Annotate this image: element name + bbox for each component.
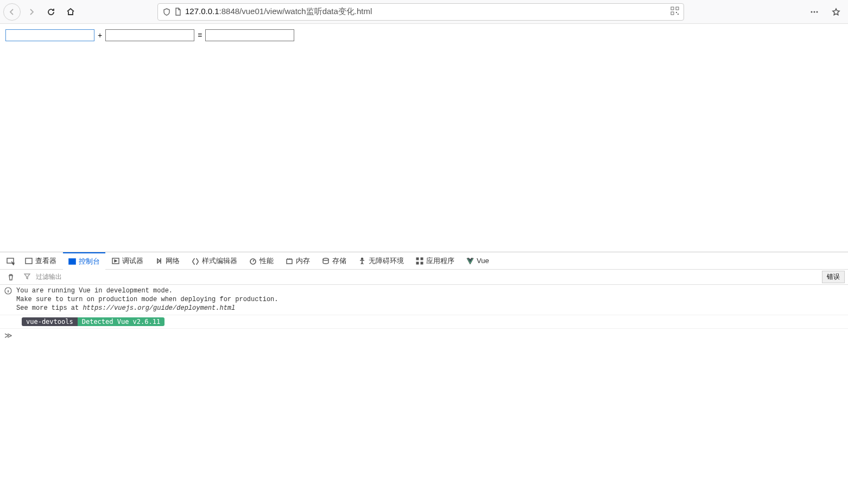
tab-applications[interactable]: 应用程序 <box>410 252 460 270</box>
browser-toolbar: 127.0.0.1:8848/vue01/view/watch监听data变化.… <box>0 0 848 24</box>
svg-rect-10 <box>69 259 75 264</box>
svg-rect-0 <box>671 7 674 10</box>
filter-icon <box>24 273 30 281</box>
svg-point-6 <box>814 11 815 12</box>
svg-rect-3 <box>676 12 677 13</box>
qr-icon[interactable] <box>670 7 679 17</box>
page-content: + = <box>0 24 848 252</box>
svg-point-7 <box>817 11 818 12</box>
svg-rect-16 <box>416 258 419 260</box>
reload-button[interactable] <box>42 3 60 21</box>
plus-sign: + <box>98 31 102 40</box>
filter-input[interactable]: 过滤输出 <box>36 272 817 282</box>
tab-debugger[interactable]: 调试器 <box>106 252 149 270</box>
forward-button[interactable] <box>23 3 40 21</box>
tab-inspector[interactable]: 查看器 <box>20 252 62 270</box>
tab-accessibility[interactable]: 无障碍环境 <box>353 252 409 270</box>
inspect-element-button[interactable] <box>3 253 18 269</box>
tab-memory[interactable]: 内存 <box>280 252 315 270</box>
input-a[interactable] <box>5 29 94 41</box>
console-message-info: You are running Vue in development mode.… <box>0 285 848 315</box>
devtools-panel: 查看器 控制台 调试器 网络 样式编辑器 性能 内存 存储 <box>0 252 848 504</box>
badge-vue-version: Detected Vue v2.6.11 <box>78 317 165 326</box>
svg-rect-9 <box>26 258 32 264</box>
svg-rect-1 <box>676 7 679 10</box>
console-prompt[interactable]: ≫ <box>0 329 848 342</box>
svg-rect-17 <box>421 258 423 260</box>
menu-button[interactable] <box>806 3 823 21</box>
badge-vue-devtools: vue-devtools <box>22 317 78 326</box>
svg-point-15 <box>362 258 363 259</box>
info-icon <box>4 287 12 295</box>
url-text: 127.0.0.1:8848/vue01/view/watch监听data变化.… <box>185 7 667 17</box>
console-output: You are running Vue in development mode.… <box>0 285 848 504</box>
tab-performance[interactable]: 性能 <box>244 252 279 270</box>
bookmark-button[interactable] <box>827 3 845 21</box>
svg-rect-13 <box>287 259 292 264</box>
input-result[interactable] <box>205 29 294 41</box>
calculator-row: + = <box>5 29 294 41</box>
toolbar-right <box>806 3 845 21</box>
console-message-body: You are running Vue in development mode.… <box>16 286 278 313</box>
document-icon <box>174 8 182 16</box>
equals-sign: = <box>198 31 202 40</box>
svg-rect-19 <box>421 262 423 264</box>
shield-icon <box>162 8 171 16</box>
tab-network[interactable]: 网络 <box>150 252 185 270</box>
url-bar[interactable]: 127.0.0.1:8848/vue01/view/watch监听data变化.… <box>157 3 684 21</box>
devtools-tabs: 查看器 控制台 调试器 网络 样式编辑器 性能 内存 存储 <box>0 252 848 270</box>
svg-rect-2 <box>671 12 674 15</box>
clear-console-button[interactable] <box>3 270 18 285</box>
svg-rect-4 <box>678 14 679 15</box>
tab-console[interactable]: 控制台 <box>63 252 105 270</box>
tab-storage[interactable]: 存储 <box>317 252 352 270</box>
console-badge-row: vue-devtools Detected Vue v2.6.11 <box>0 315 848 329</box>
back-button[interactable] <box>3 3 21 21</box>
svg-rect-18 <box>416 262 419 264</box>
home-button[interactable] <box>62 3 79 21</box>
tab-vue[interactable]: Vue <box>461 252 495 270</box>
tab-style-editor[interactable]: 样式编辑器 <box>186 252 243 270</box>
svg-point-14 <box>323 258 328 260</box>
svg-point-5 <box>811 11 813 12</box>
errors-filter-button[interactable]: 错误 <box>822 271 845 283</box>
console-filter-bar: 过滤输出 错误 <box>0 270 848 285</box>
input-b[interactable] <box>105 29 194 41</box>
